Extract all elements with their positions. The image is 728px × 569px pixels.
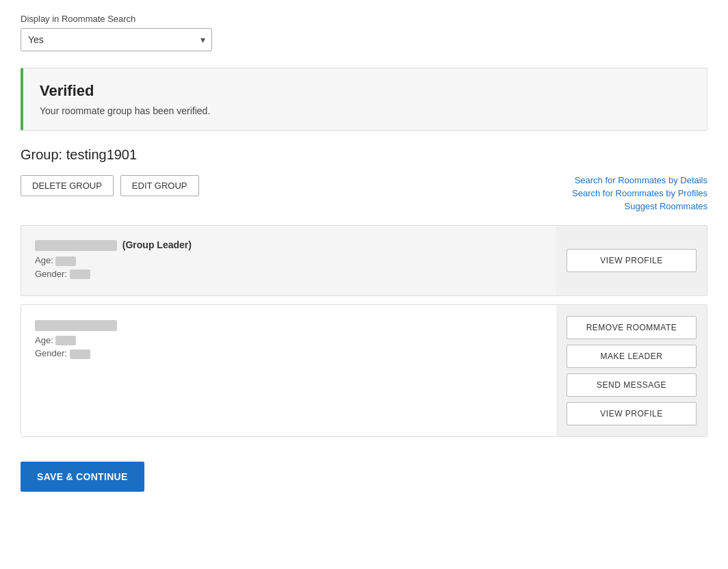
leader-role: (Group Leader) [122, 239, 192, 250]
display-select-wrapper[interactable]: Yes No [21, 28, 212, 51]
nick-actions: REMOVE ROOMMATE MAKE LEADER SEND MESSAGE… [556, 305, 707, 436]
view-profile-nick-button[interactable]: VIEW PROFILE [567, 402, 697, 425]
nick-age: Age: [35, 335, 543, 346]
delete-group-button[interactable]: DELETE GROUP [21, 175, 114, 196]
member-name-nick [35, 319, 543, 330]
save-continue-button[interactable]: SAVE & CONTINUE [21, 462, 144, 492]
display-label: Display in Roommate Search [21, 14, 707, 24]
group-title: Group: testing1901 [21, 147, 707, 163]
edit-group-button[interactable]: EDIT GROUP [120, 175, 199, 196]
search-by-details-link[interactable]: Search for Roommates by Details [575, 175, 707, 185]
verified-box: Verified Your roommate group has been ve… [21, 68, 707, 131]
verified-title: Verified [40, 82, 690, 100]
member-info-leader: (Group Leader) Age: Gender: [21, 226, 556, 295]
leader-age-value [55, 256, 76, 266]
nick-gender-value [70, 349, 90, 359]
member-name-leader: (Group Leader) [35, 239, 543, 251]
make-leader-button[interactable]: MAKE LEADER [567, 345, 697, 368]
member-card-leader: (Group Leader) Age: Gender: VIEW PROFILE [21, 225, 707, 296]
remove-roommate-button[interactable]: REMOVE ROOMMATE [567, 316, 697, 339]
leader-gender: Gender: [35, 269, 543, 280]
display-select[interactable]: Yes No [21, 28, 212, 51]
group-actions-row: DELETE GROUP EDIT GROUP Search for Roomm… [21, 175, 707, 211]
verified-message: Your roommate group has been verified. [40, 105, 690, 116]
member-card-nick: Age: Gender: REMOVE ROOMMATE MAKE LEADER… [21, 304, 707, 437]
leader-actions: VIEW PROFILE [556, 226, 707, 295]
view-profile-leader-button[interactable]: VIEW PROFILE [567, 249, 697, 272]
nick-age-value [55, 336, 76, 345]
search-by-profiles-link[interactable]: Search for Roommates by Profiles [572, 188, 707, 198]
leader-name-blurred [35, 240, 117, 251]
search-links: Search for Roommates by Details Search f… [572, 175, 707, 211]
leader-age: Age: [35, 255, 543, 266]
send-message-button[interactable]: SEND MESSAGE [567, 373, 697, 397]
leader-gender-value [70, 269, 90, 279]
member-info-nick: Age: Gender: [21, 305, 556, 436]
suggest-roommates-link[interactable]: Suggest Roommates [625, 201, 707, 211]
group-action-buttons: DELETE GROUP EDIT GROUP [21, 175, 199, 196]
nick-gender: Gender: [35, 348, 543, 359]
nick-name-blurred [35, 320, 117, 331]
